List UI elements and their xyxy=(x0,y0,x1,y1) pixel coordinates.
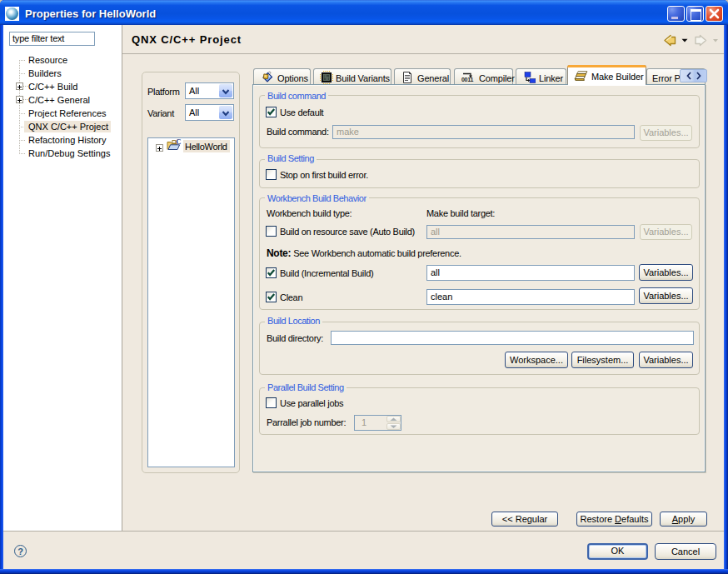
svg-text:C: C xyxy=(176,138,181,146)
svg-text:0011: 0011 xyxy=(461,77,473,82)
